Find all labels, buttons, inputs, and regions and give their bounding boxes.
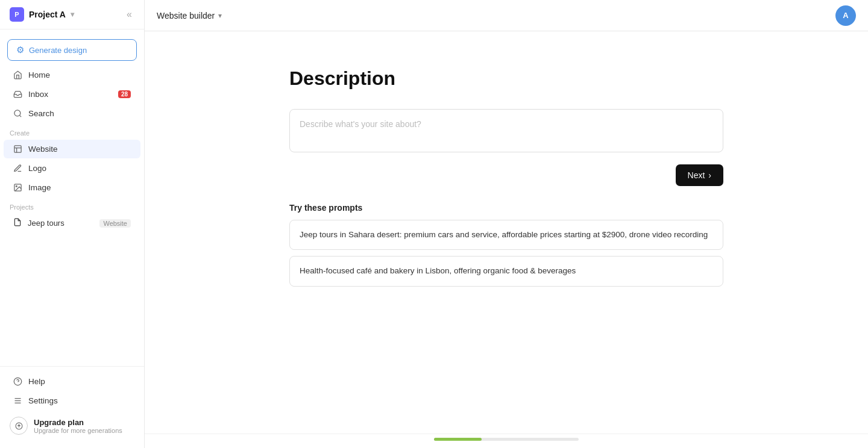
next-arrow-icon: › (708, 170, 711, 180)
topbar-title-area[interactable]: Website builder ▾ (157, 11, 222, 20)
doc-icon (13, 218, 22, 228)
description-form: Description Next › Try these prompts Jee… (289, 67, 723, 293)
topbar-title: Website builder (157, 11, 215, 20)
svg-point-0 (14, 110, 20, 116)
projects-section-label: Projects (0, 198, 144, 213)
description-input[interactable] (289, 109, 723, 152)
sidebar-item-home-label: Home (28, 70, 50, 79)
upgrade-text: Upgrade plan Upgrade for more generation… (34, 418, 122, 434)
sidebar-item-logo[interactable]: Logo (4, 159, 140, 178)
progress-bar-container (434, 438, 579, 441)
svg-line-1 (19, 115, 21, 117)
project-chevron-icon: ▾ (71, 10, 74, 19)
settings-icon (13, 396, 22, 405)
upgrade-subtitle: Upgrade for more generations (34, 427, 122, 434)
upgrade-title: Upgrade plan (34, 418, 122, 427)
prompts-title: Try these prompts (289, 203, 723, 213)
sidebar-item-website[interactable]: Website (4, 140, 140, 158)
jeep-tours-tag: Website (99, 219, 131, 228)
next-row: Next › (289, 164, 723, 186)
next-button[interactable]: Next › (676, 164, 723, 186)
project-selector[interactable]: P Project A ▾ (10, 7, 74, 22)
next-button-label: Next (688, 170, 705, 180)
logo-icon (13, 164, 22, 173)
website-icon (13, 145, 22, 154)
progress-bar-fill (434, 438, 482, 441)
svg-point-6 (16, 185, 17, 187)
sidebar-item-home[interactable]: Home (4, 66, 140, 84)
sidebar-nav: ⚙ Generate design Home Inbox 28 Search C… (0, 30, 144, 366)
sidebar-item-image-label: Image (28, 183, 51, 192)
generate-design-label: Generate design (29, 46, 87, 55)
prompt-card-1[interactable]: Health-focused café and bakery in Lisbon… (289, 256, 723, 286)
sidebar-item-search[interactable]: Search (4, 104, 140, 123)
user-avatar[interactable]: A (835, 5, 856, 26)
search-icon (13, 109, 22, 118)
home-icon (13, 70, 22, 79)
project-avatar: P (10, 7, 24, 22)
sidebar-item-settings[interactable]: Settings (4, 391, 140, 410)
topbar-chevron-icon: ▾ (218, 11, 222, 20)
upgrade-icon (10, 417, 28, 435)
sidebar-bottom: Help Settings Upgrade plan Upgrade for m… (0, 366, 144, 448)
inbox-badge: 28 (118, 90, 131, 98)
sidebar-item-help[interactable]: Help (4, 372, 140, 391)
page-title: Description (289, 67, 723, 90)
gear-icon: ⚙ (16, 45, 24, 55)
prompt-card-0[interactable]: Jeep tours in Sahara desert: premium car… (289, 220, 723, 250)
sidebar-item-inbox[interactable]: Inbox 28 (4, 85, 140, 104)
create-section-label: Create (0, 123, 144, 139)
svg-rect-2 (14, 146, 21, 152)
sidebar-item-inbox-label: Inbox (28, 90, 48, 99)
sidebar-item-help-label: Help (28, 377, 45, 386)
main-content: Website builder ▾ A Description Next › T… (145, 0, 868, 448)
collapse-sidebar-button[interactable]: « (124, 8, 134, 21)
content-area: Description Next › Try these prompts Jee… (145, 31, 868, 434)
inbox-icon (13, 90, 22, 99)
sidebar-item-settings-label: Settings (28, 396, 58, 405)
prompts-section: Try these prompts Jeep tours in Sahara d… (289, 203, 723, 287)
sidebar-item-search-label: Search (28, 109, 54, 118)
sidebar: P Project A ▾ « ⚙ Generate design Home I… (0, 0, 145, 448)
sidebar-item-website-label: Website (28, 145, 58, 154)
image-icon (13, 183, 22, 192)
bottom-bar (145, 434, 868, 448)
sidebar-item-logo-label: Logo (28, 164, 46, 173)
generate-design-button[interactable]: ⚙ Generate design (7, 39, 137, 61)
sidebar-item-image[interactable]: Image (4, 178, 140, 197)
help-icon (13, 377, 22, 386)
sidebar-item-jeep-tours[interactable]: Jeep tours Website (4, 214, 140, 232)
sidebar-header: P Project A ▾ « (0, 0, 144, 30)
upgrade-plan-item[interactable]: Upgrade plan Upgrade for more generation… (0, 411, 144, 441)
jeep-tours-label: Jeep tours (28, 219, 64, 228)
project-name: Project A (29, 10, 66, 19)
topbar: Website builder ▾ A (145, 0, 868, 31)
